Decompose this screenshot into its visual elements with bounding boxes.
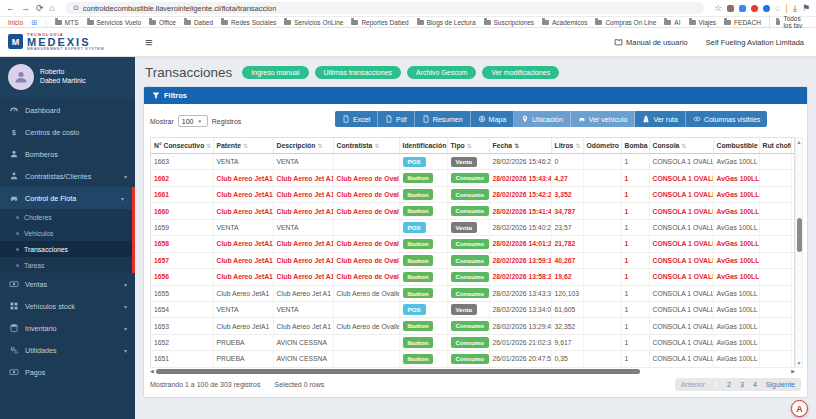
column-header-bomba[interactable]: Bomba⇅ <box>621 138 649 154</box>
table-row[interactable]: 1654VENTAVENTAPOSVenta28/02/2026 13:34:0… <box>151 301 795 317</box>
table-row[interactable]: 1662Club Aereo JetA1Club Aereo Jet A1Clu… <box>151 170 795 186</box>
pagination-page-1[interactable]: 1 <box>714 381 718 388</box>
site-info-icon[interactable]: ⊙ <box>73 4 79 12</box>
extension-icon[interactable] <box>763 5 770 12</box>
bookmark-inicio[interactable]: Inicio <box>8 19 23 26</box>
home-icon[interactable]: ⌂ <box>50 4 55 13</box>
sidebar-item-contratistas-clientes[interactable]: Contratistas/Clientes▾ <box>0 165 135 187</box>
table-row[interactable]: 1660Club Aereo JetA1Club Aereo Jet A1Clu… <box>151 203 795 219</box>
pagination-page-4[interactable]: 4 <box>753 381 757 388</box>
table-row[interactable]: 1652PRUEBAAVION CESSNAIbuttonConsumo26/0… <box>151 334 795 350</box>
toolbar-button-excel[interactable]: Excel <box>335 111 378 127</box>
sidebar-item-utilidades[interactable]: Utilidades▾ <box>0 339 135 361</box>
column-header-litros[interactable]: Litros⇅ <box>551 138 583 154</box>
vertical-scroll-thumb[interactable] <box>797 218 802 252</box>
bookmark-folder[interactable]: MTS <box>55 19 79 26</box>
address-bar[interactable]: ⊙ controldecombustible.llaverointeligent… <box>65 2 704 14</box>
sidebar-item-ventas[interactable]: Ventas▾ <box>0 273 135 295</box>
table-row[interactable]: 1655Club Aereo JetA1Club Aereo Jet A1Clu… <box>151 285 795 301</box>
extensions-puzzle-icon[interactable]: ◌ <box>775 4 780 13</box>
table-row[interactable]: 1658Club Aereo JetA1Club Aereo Jet A1Clu… <box>151 236 795 252</box>
column-header-n-consecutivo[interactable]: N° Consecutivo⇅ <box>151 138 213 154</box>
toolbar-button-resumen[interactable]: Resumen <box>415 111 471 127</box>
download-icon[interactable]: ⤓ <box>793 4 797 13</box>
pagination-page-2[interactable]: 2 <box>727 381 731 388</box>
sidebar-item-bomberos[interactable]: Bomberos <box>0 143 135 165</box>
bookmark-folder[interactable]: Office <box>149 19 176 26</box>
bookmark-folder[interactable]: Servicios Vuelo <box>87 19 142 26</box>
column-header-contratista[interactable]: Contratista⇅ <box>333 138 399 154</box>
table-row[interactable]: 1661Club Aereo JetA1Club Aereo Jet A1Clu… <box>151 186 795 202</box>
bookmark-folder[interactable]: Academicos <box>542 19 587 26</box>
extension-icon[interactable] <box>727 5 734 12</box>
extension-icon[interactable] <box>751 5 758 12</box>
sidebar-item-veh-culos-stock[interactable]: Vehículos stock▾ <box>0 295 135 317</box>
bookmark-star-icon[interactable]: ☆ <box>714 4 722 13</box>
manual-link[interactable]: Manual de usuario <box>614 38 688 47</box>
medexis-logo[interactable]: M TECNOLOGIA MEDEXIS MEASUREMENT EXPERT … <box>0 33 135 52</box>
user-profile[interactable]: Roberto Dabed Martinic <box>0 57 135 99</box>
table-row[interactable]: 1663VENTAVENTAPOSVenta28/02/2026 15:46:2… <box>151 154 795 170</box>
bookmark-folder[interactable]: Servicios OnLine <box>284 19 343 26</box>
column-header-od-metro[interactable]: Odómetro⇅ <box>583 138 621 154</box>
pagination-prev[interactable]: Anterior <box>681 381 706 388</box>
apps-grid-icon[interactable]: ⊞ <box>31 19 37 26</box>
sidebar-subitem-veh-culos[interactable]: Vehículos <box>0 225 132 241</box>
bookmark-folder[interactable]: Reportes Dabed <box>351 19 408 26</box>
reload-icon[interactable]: ⟳ <box>36 4 44 13</box>
sidebar-subitem-transacciones[interactable]: Transacciones <box>0 241 132 257</box>
column-header-fecha[interactable]: Fecha⇅ <box>489 138 551 154</box>
back-icon[interactable]: ← <box>6 4 15 13</box>
bookmark-folder[interactable]: Compras On Line <box>595 19 656 26</box>
scroll-down-icon[interactable]: ▼ <box>797 359 802 367</box>
table-row[interactable]: 1653Club Aereo JetA1Club Aereo Jet A1Clu… <box>151 318 795 334</box>
sidebar-item-dashboard[interactable]: Dashboard <box>0 99 135 121</box>
column-header-rut-chofer[interactable]: Rut chofer⇅ <box>759 138 791 154</box>
sidebar-subitem-tareas[interactable]: Tareas <box>0 257 132 273</box>
column-header-tipo[interactable]: Tipo⇅ <box>447 138 489 154</box>
action-button-ingreso-manual[interactable]: Ingreso manual <box>242 66 308 79</box>
bookmark-folder[interactable]: Viajes <box>689 19 717 26</box>
toolbar-button-ver-ruta[interactable]: Ver ruta <box>635 111 686 127</box>
sidebar-item-pagos[interactable]: Pagos <box>0 361 135 383</box>
forward-icon[interactable]: → <box>21 4 30 13</box>
bookmark-folder[interactable]: FEDACH <box>724 19 761 26</box>
horizontal-scrollbar[interactable]: ◀ ▶ <box>150 368 795 374</box>
column-header-combustible[interactable]: Combustible⇅ <box>713 138 759 154</box>
table-row[interactable]: 1657Club Aereo JetA1Club Aereo Jet A1Clu… <box>151 252 795 268</box>
action-button-ver-modificaciones[interactable]: Ver modificaciones <box>482 66 559 79</box>
column-header-identificaci-n[interactable]: Identificación⇅ <box>399 138 447 154</box>
column-header-patente[interactable]: Patente⇅ <box>213 138 273 154</box>
company-name[interactable]: Self Fueling Aviation Limitada <box>706 38 804 47</box>
extension-icon[interactable] <box>739 5 746 12</box>
toolbar-button-ubicaci-n[interactable]: Ubicación <box>514 111 571 127</box>
scroll-right-icon[interactable]: ▶ <box>791 368 795 374</box>
bookmark-folder[interactable]: Redes Sociales <box>221 19 276 26</box>
page-size-select[interactable]: 100 ▾ <box>178 115 208 127</box>
action-button-ultimas-transacciones[interactable]: Ultimas transacciones <box>315 66 401 79</box>
table-row[interactable]: 1656Club Aereo JetA1Club Aereo Jet A1Clu… <box>151 269 795 285</box>
all-bookmarks[interactable]: Todos los fav <box>769 15 808 29</box>
adobe-acrobat-icon[interactable]: A <box>791 400 808 417</box>
bookmark-folder[interactable]: Dabed <box>184 19 213 26</box>
bookmark-folder[interactable]: Blogs de Lectura <box>417 19 476 26</box>
scroll-up-icon[interactable]: ▲ <box>797 138 802 146</box>
table-row[interactable]: 1651PRUEBAAVION CESSNAIbuttonConsumo26/0… <box>151 351 795 367</box>
action-button-archivo-gescom[interactable]: Archivo Gescom <box>407 66 476 79</box>
profile-icon[interactable]: ⚑ <box>802 4 810 13</box>
bookmark-folder[interactable]: AI <box>664 19 680 26</box>
bookmark-folder[interactable]: Suscripciones <box>484 19 534 26</box>
sidebar-item-centros-de-costo[interactable]: $Centros de costo <box>0 121 135 143</box>
pagination-next[interactable]: Siguiente <box>766 381 795 388</box>
column-header-descripci-n[interactable]: Descripción⇅ <box>273 138 333 154</box>
toolbar-button-ver-veh-culo[interactable]: Ver vehículo <box>571 111 636 127</box>
toolbar-button-columnas-visibles[interactable]: Columnas visibles <box>686 111 767 127</box>
filters-bar[interactable]: Filtros <box>144 87 807 104</box>
sidebar-item-inventario[interactable]: Inventario▾ <box>0 317 135 339</box>
menu-toggle-icon[interactable]: ≡ <box>145 35 153 50</box>
column-header-consola[interactable]: Consola⇅ <box>649 138 713 154</box>
sidebar-item-control-de-flota[interactable]: Control de Flota▾ <box>0 187 132 209</box>
pagination-page-3[interactable]: 3 <box>740 381 744 388</box>
vertical-scrollbar[interactable]: ▲ ▼ <box>795 137 803 368</box>
sidebar-subitem-choferes[interactable]: Choferes <box>0 209 132 225</box>
